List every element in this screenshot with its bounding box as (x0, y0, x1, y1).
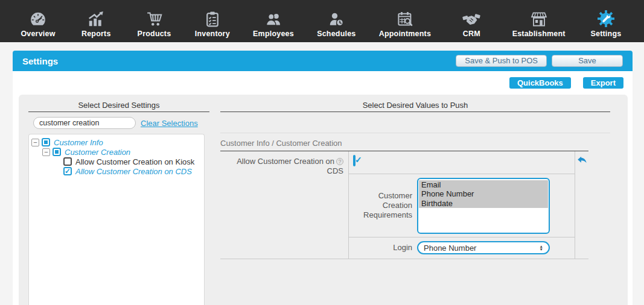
nav-item-reports[interactable]: Reports (78, 8, 113, 38)
setting-label-line1: Allow Customer Creation on (237, 157, 334, 166)
tree-row[interactable]: Customer Creation (31, 147, 202, 157)
requirements-label: CustomerCreationRequirements (349, 191, 412, 220)
gauge-icon (28, 8, 48, 28)
tree-item-label: Customer Creation (65, 148, 130, 157)
nav-item-label: Employees (253, 30, 294, 38)
search-row: Clear Selections (33, 117, 209, 129)
login-cell: Login Phone Number (349, 237, 575, 259)
nav-item-label: Schedules (317, 30, 355, 38)
select-stepper-icon (540, 245, 543, 251)
gear-wrench-icon (596, 8, 616, 28)
handshake-icon (462, 8, 481, 28)
nav-item-employees[interactable]: Employees (253, 8, 294, 38)
left-column: Select Desired Settings Clear Selections… (19, 95, 209, 305)
listbox-option[interactable]: Birthdate (419, 199, 548, 209)
nav-item-inventory[interactable]: Inventory (195, 8, 230, 38)
settings-search-input[interactable] (33, 117, 136, 129)
undo-icon[interactable] (576, 154, 588, 168)
settings-card: Settings Save & Push to POS Save QuickBo… (13, 51, 633, 305)
tree-row[interactable]: Allow Customer Creation on CDS (31, 166, 202, 176)
nav-item-products[interactable]: Products (137, 8, 172, 38)
nav-item-label: Appointments (379, 30, 431, 38)
section-breadcrumb: Customer Info / Customer Creation (220, 133, 588, 151)
cart-icon (145, 8, 164, 28)
save-and-push-button[interactable]: Save & Push to POS (456, 55, 547, 67)
collapse-toggle-icon[interactable] (31, 139, 39, 146)
nav-item-label: Inventory (195, 30, 230, 38)
tree-item-label: Customer Info (54, 138, 103, 147)
tree-item-label: Allow Customer Creation on Kiosk (75, 157, 194, 166)
nav-item-overview[interactable]: Overview (21, 8, 56, 38)
page-title: Settings (22, 56, 58, 66)
collapse-toggle-icon[interactable] (42, 148, 50, 156)
clipboard-icon (203, 8, 222, 28)
values-table: Allow Customer Creation on? CDS (220, 151, 588, 259)
allow-cds-checkbox[interactable] (353, 155, 355, 166)
calendar-search-icon (395, 8, 415, 28)
settings-tree: Customer Info Customer Creation Allow Cu… (28, 134, 205, 305)
tree-row[interactable]: Allow Customer Creation on Kiosk (31, 157, 202, 166)
tree-checkbox[interactable] (63, 157, 72, 166)
people-icon (264, 8, 283, 28)
right-column-heading: Select Desired Values to Push (220, 95, 610, 112)
quickbooks-button[interactable]: QuickBooks (509, 77, 571, 89)
nav-item-label: Settings (590, 30, 621, 38)
nav-item-schedules[interactable]: Schedules (317, 8, 355, 38)
nav-item-settings[interactable]: Settings (588, 8, 623, 38)
nav-item-label: Products (138, 30, 171, 38)
nav-item-label: Reports (81, 30, 111, 38)
person-clock-icon (327, 8, 346, 28)
bar-chart-icon (86, 8, 106, 28)
save-button[interactable]: Save (552, 55, 623, 67)
tree-checkbox[interactable] (42, 138, 50, 146)
requirements-listbox[interactable]: EmailPhone NumberBirthdate (417, 178, 550, 234)
clear-selections-link[interactable]: Clear Selections (141, 119, 198, 128)
toolbar-row: QuickBooks Export (13, 71, 633, 95)
login-select-value: Phone Number (424, 244, 476, 253)
nav-item-appointments[interactable]: Appointments (379, 8, 431, 38)
listbox-option[interactable]: Phone Number (419, 189, 548, 199)
tree-item-label: Allow Customer Creation on CDS (75, 167, 192, 176)
export-button[interactable]: Export (583, 77, 623, 89)
help-icon[interactable]: ? (336, 158, 343, 165)
page-title-bar: Settings Save & Push to POS Save (13, 51, 633, 71)
settings-panel: Select Desired Settings Clear Selections… (19, 95, 628, 305)
revert-cell (575, 151, 588, 174)
tree-checkbox[interactable] (53, 148, 61, 156)
nav-item-label: Overview (21, 30, 55, 38)
tree-checkbox[interactable] (63, 167, 72, 175)
nav-item-establishment[interactable]: Establishment (512, 8, 566, 38)
login-label: Login (349, 243, 412, 253)
listbox-option[interactable]: Email (419, 180, 548, 190)
top-nav: Overview Reports Products Inventory Empl… (0, 0, 644, 42)
nav-item-crm[interactable]: CRM (454, 8, 489, 38)
storefront-icon (529, 8, 549, 28)
left-column-heading: Select Desired Settings (28, 95, 209, 112)
setting-enabled-cell (349, 151, 575, 174)
tree-row[interactable]: Customer Info (31, 137, 202, 147)
requirements-cell: CustomerCreationRequirements EmailPhone … (349, 174, 575, 237)
nav-item-label: CRM (463, 30, 480, 38)
nav-item-label: Establishment (512, 30, 566, 38)
setting-name-cell: Allow Customer Creation on? CDS (220, 151, 349, 174)
right-column: Select Desired Values to Push Customer I… (209, 95, 628, 305)
login-select[interactable]: Phone Number (417, 241, 550, 254)
